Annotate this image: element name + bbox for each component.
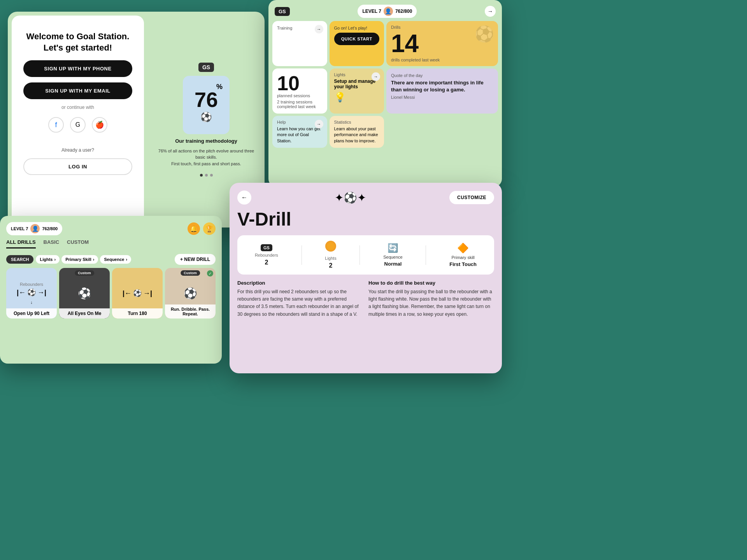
login-button[interactable]: LOG IN bbox=[23, 158, 132, 175]
rebounders-label: Rebounders bbox=[255, 253, 278, 257]
avatar: 👤 bbox=[384, 7, 393, 16]
soccer-ball-icon-2: ⚽ bbox=[78, 287, 91, 300]
next-arrow-button[interactable]: → bbox=[485, 6, 496, 17]
drill-name-open-up: Open Up 90 Left bbox=[6, 308, 57, 318]
filter-primary-skill[interactable]: Primary Skill › bbox=[61, 255, 98, 264]
soccer-ball-icon-4: ⚽ bbox=[184, 287, 197, 300]
stat-primary-skill: 🔶 Primary skill First Touch bbox=[449, 243, 477, 267]
drill-name-run: Run. Dribble. Pass. Repeat. bbox=[165, 304, 216, 318]
stat-rebounders: GS Rebounders 2 bbox=[255, 244, 278, 266]
dot-1[interactable] bbox=[200, 174, 203, 177]
tab-basic[interactable]: BASIC bbox=[44, 239, 59, 248]
gs-logo: GS bbox=[198, 63, 214, 72]
filter-sequence[interactable]: Sequence › bbox=[100, 255, 131, 264]
quickstart-card: Go on! Let's play! QUICK START bbox=[330, 21, 384, 66]
filter-sequence-label: Sequence bbox=[104, 257, 124, 262]
search-chip[interactable]: SEARCH bbox=[6, 255, 33, 264]
lights-icon: 💡 bbox=[334, 92, 380, 103]
sessions-number: 10 bbox=[277, 73, 323, 93]
filter-lights-chevron: › bbox=[54, 257, 56, 262]
drills-completed-card[interactable]: Drills 14 drills completed last week ⚽ bbox=[386, 21, 498, 66]
lights-arrow-icon: → bbox=[372, 72, 380, 81]
stats-desc: Learn about your past performance and ma… bbox=[334, 126, 380, 144]
sessions-card[interactable]: 10 planned sessions 2 training sessions … bbox=[272, 68, 327, 114]
signup-phone-button[interactable]: SIGN UP WITH MY PHONE bbox=[23, 60, 132, 77]
notification-icons: 🔔 🏆 bbox=[188, 222, 216, 235]
drill-card-run-dribble[interactable]: ⚽ Custom Run. Dribble. Pass. Repeat. ✓ bbox=[165, 268, 216, 318]
drills-list-panel: LEVEL 7 👤 762/800 🔔 🏆 ALL DRILLS BASIC C… bbox=[0, 216, 222, 364]
drills-toolbar: SEARCH Lights › Primary Skill › Sequence… bbox=[6, 254, 216, 265]
drill-name-turn: Turn 180 bbox=[112, 308, 163, 318]
sequence-label: Sequence bbox=[383, 255, 403, 259]
training-arrow-icon: → bbox=[315, 25, 323, 33]
cone-icon: 🔶 bbox=[457, 243, 469, 254]
stat-sequence: 🔄 Sequence Normal bbox=[383, 243, 403, 267]
tab-all-drills[interactable]: ALL DRILLS bbox=[6, 239, 36, 248]
drills-sub: drills completed last week bbox=[391, 58, 493, 62]
login-title: Welcome to Goal Station. Let's get start… bbox=[26, 31, 130, 53]
description-block: Description For this drill you will need… bbox=[237, 280, 363, 318]
quick-start-button[interactable]: QUICK START bbox=[334, 33, 380, 45]
filter-skill-chevron: › bbox=[93, 257, 95, 262]
tab-custom[interactable]: CUSTOM bbox=[67, 239, 89, 248]
vdrill-detail-panel: ← ✦⚽✦ CUSTOMIZE V-Drill GS Rebounders 2 … bbox=[230, 183, 502, 373]
trophy-icon[interactable]: 🏆 bbox=[203, 222, 216, 235]
back-button[interactable]: ← bbox=[237, 191, 251, 205]
percent-card: 76 % ⚽ bbox=[183, 76, 230, 134]
light-bulb-icon bbox=[325, 241, 336, 252]
stats-label: Statistics bbox=[334, 120, 380, 124]
signup-email-button[interactable]: SIGN UP WITH MY EMAIL bbox=[23, 82, 132, 99]
apple-icon[interactable]: 🍎 bbox=[92, 117, 107, 133]
filter-lights-label: Lights bbox=[40, 257, 53, 262]
drills-level-text: LEVEL 7 bbox=[11, 226, 28, 231]
xp-text: 762/800 bbox=[395, 9, 412, 14]
divider-2 bbox=[359, 245, 360, 265]
lights-card[interactable]: Lights → Setup and manage your lights 💡 bbox=[330, 68, 384, 114]
dashboard-logo: GS bbox=[275, 7, 290, 16]
lights-icon bbox=[325, 241, 336, 254]
soccer-ball-icon: ⚽ bbox=[200, 112, 212, 122]
drill-name-eyes: All Eyes On Me bbox=[59, 308, 110, 318]
percent-sup: % bbox=[216, 83, 223, 91]
custom-badge-2: Custom bbox=[75, 270, 94, 276]
drills-xp-text: 762/800 bbox=[42, 226, 58, 231]
stat-lights: Lights 2 bbox=[325, 241, 336, 269]
lights-desc: Setup and manage your lights bbox=[334, 79, 380, 89]
drills-tabs: ALL DRILLS BASIC CUSTOM bbox=[6, 239, 216, 249]
drill-label-1: Open Up 90 Left bbox=[9, 311, 54, 316]
dot-2[interactable] bbox=[205, 174, 208, 177]
stats-card[interactable]: Statistics Learn about your past perform… bbox=[330, 116, 384, 148]
level-badge: LEVEL 7 👤 762/800 bbox=[358, 5, 417, 18]
primary-skill-value: First Touch bbox=[449, 261, 477, 267]
google-icon[interactable]: G bbox=[70, 117, 86, 133]
training-card[interactable]: Training → bbox=[272, 21, 327, 66]
drills-grid: Rebounders |←⚽→| ↓ Open Up 90 Left ✓ ⚽ C… bbox=[6, 268, 216, 318]
sketch-lines: ✦⚽✦ bbox=[335, 191, 366, 204]
quote-text: There are more important things in life … bbox=[391, 79, 493, 93]
customize-button[interactable]: CUSTOMIZE bbox=[449, 191, 494, 204]
drill-card-turn-180[interactable]: |←⚽→| Turn 180 bbox=[112, 268, 163, 318]
dashboard-panel: GS LEVEL 7 👤 762/800 → Training → Go on!… bbox=[268, 0, 502, 187]
dot-3[interactable] bbox=[210, 174, 213, 177]
how-to-block: How to do drill the best way You start t… bbox=[368, 280, 494, 318]
divider-1 bbox=[302, 245, 302, 265]
filter-chips: Lights › Primary Skill › Sequence › bbox=[36, 255, 172, 264]
bell-icon[interactable]: 🔔 bbox=[188, 222, 200, 235]
help-card[interactable]: Help → Learn how you can get more out of… bbox=[272, 116, 327, 148]
percent-number: 76 bbox=[195, 88, 218, 112]
drill-card-all-eyes[interactable]: ⚽ Custom All Eyes On Me bbox=[59, 268, 110, 318]
drill-card-open-up-90[interactable]: Rebounders |←⚽→| ↓ Open Up 90 Left ✓ bbox=[6, 268, 57, 318]
facebook-icon[interactable]: f bbox=[48, 117, 64, 133]
how-to-text: You start the drill by passing the ball … bbox=[368, 288, 494, 318]
drill-label-2: All Eyes On Me bbox=[62, 311, 107, 316]
go-on-label: Go on! Let's play! bbox=[334, 26, 380, 30]
filter-lights[interactable]: Lights › bbox=[36, 255, 60, 264]
drills-level-badge: LEVEL 7 👤 762/800 bbox=[6, 222, 62, 235]
drill-label-4: Run. Dribble. Pass. Repeat. bbox=[168, 307, 212, 316]
gs-icon: GS bbox=[261, 244, 272, 251]
primary-skill-label: Primary skill bbox=[451, 255, 474, 260]
new-drill-button[interactable]: + NEW DRILL bbox=[175, 254, 216, 265]
dashboard-header: GS LEVEL 7 👤 762/800 → bbox=[268, 0, 502, 21]
vdrill-stats-row: GS Rebounders 2 Lights 2 🔄 Sequence Norm… bbox=[237, 235, 494, 275]
filter-sequence-chevron: › bbox=[126, 257, 127, 262]
